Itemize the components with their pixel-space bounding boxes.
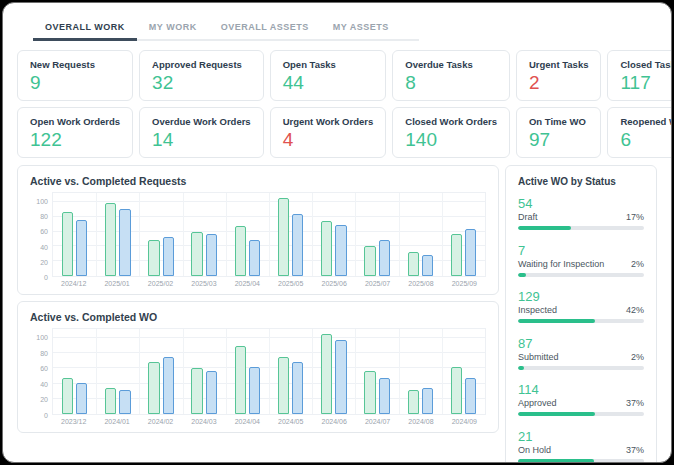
status-label: Inspected: [518, 305, 557, 315]
status-item-submitted: 87Submitted2%: [518, 336, 644, 370]
progress-track: [518, 273, 644, 277]
kpi-card-closed-work-orders: Closed Work Orders140: [392, 107, 510, 158]
kpi-value: 32: [152, 72, 251, 94]
x-tick-label: 2025/04: [226, 280, 269, 288]
kpi-label: Reopened WO: [620, 116, 672, 127]
x-tick-label: 2025/07: [356, 280, 399, 288]
status-percentage: 2%: [631, 259, 644, 269]
bar-group-2024-05: [269, 329, 312, 414]
bar-completed-2025-09: [465, 229, 476, 276]
bar-completed-2024-05: [292, 362, 303, 414]
kpi-label: New Requests: [30, 59, 120, 70]
x-tick-label: 2025/06: [312, 280, 355, 288]
bar-active-2025-01: [105, 203, 116, 276]
kpi-card-approved-requests: Approved Requests32: [139, 50, 264, 101]
kpi-label: Closed Work Orders: [405, 116, 497, 127]
bar-group-2024-03: [183, 329, 226, 414]
bar-group-2024-12: [53, 193, 96, 276]
plot-area: [52, 328, 486, 415]
bar-completed-2024-06: [335, 340, 346, 414]
bar-completed-2025-05: [292, 214, 303, 276]
progress-track: [518, 226, 644, 230]
bar-completed-2025-08: [422, 255, 433, 276]
kpi-value: 9: [30, 72, 120, 94]
chart-card-requests: Active vs. Completed Requests 0204060801…: [17, 165, 499, 295]
status-percentage: 17%: [626, 212, 644, 222]
bar-group-2024-02: [139, 329, 182, 414]
kpi-label: Open Work Orderds: [30, 116, 120, 127]
chart-body: 020406080100 2023/122024/012024/022024/0…: [30, 328, 486, 426]
status-item-approved: 114Approved37%: [518, 382, 644, 416]
status-label-row: Approved37%: [518, 398, 644, 408]
tab-overall-assets[interactable]: OVERALL ASSETS: [209, 15, 321, 41]
tab-my-assets[interactable]: MY ASSETS: [321, 15, 401, 41]
bar-active-2024-05: [278, 357, 289, 414]
x-tick-label: 2024/03: [182, 418, 225, 426]
bar-active-2025-09: [451, 234, 462, 276]
bar-group-2024-04: [226, 329, 269, 414]
bar-active-2025-06: [321, 221, 332, 276]
status-percentage: 37%: [626, 398, 644, 408]
y-tick-label: 60: [40, 365, 48, 372]
bar-completed-2025-02: [163, 237, 174, 276]
tab-my-work[interactable]: MY WORK: [137, 15, 209, 41]
status-count: 21: [518, 429, 644, 444]
bar-completed-2024-12: [76, 220, 87, 276]
bar-active-2024-06: [321, 334, 332, 414]
bar-group-2025-08: [399, 193, 442, 276]
y-axis: 020406080100: [30, 192, 52, 277]
y-tick-label: 100: [36, 198, 48, 205]
status-list: 54Draft17%7Waiting for Inspection2%129In…: [518, 196, 644, 463]
kpi-value: 140: [405, 129, 497, 151]
status-item-waiting-for-inspection: 7Waiting for Inspection2%: [518, 243, 644, 277]
bar-group-2025-03: [183, 193, 226, 276]
progress-fill: [518, 366, 524, 370]
progress-track: [518, 459, 644, 463]
x-tick-label: 2024/06: [312, 418, 355, 426]
chart-body: 020406080100 2024/122025/012025/022025/0…: [30, 192, 486, 288]
status-label: Approved: [518, 398, 557, 408]
bar-group-2025-02: [139, 193, 182, 276]
bar-group-2025-09: [442, 193, 485, 276]
x-tick-label: 2024/02: [139, 418, 182, 426]
tab-overall-work[interactable]: OVERALL WORK: [33, 15, 137, 41]
progress-fill: [518, 459, 594, 463]
bar-completed-2025-01: [119, 209, 130, 276]
progress-fill: [518, 319, 595, 323]
y-tick-label: 20: [40, 258, 48, 265]
bar-group-2024-08: [399, 329, 442, 414]
y-tick-label: 60: [40, 228, 48, 235]
status-panel-title: Active WO by Status: [518, 176, 644, 187]
y-axis: 020406080100: [30, 328, 52, 415]
x-tick-label: 2024/12: [52, 280, 95, 288]
x-tick-label: 2024/07: [356, 418, 399, 426]
bar-completed-2024-04: [249, 367, 260, 414]
bar-completed-2024-09: [465, 378, 476, 414]
bar-group-2024-07: [355, 329, 398, 414]
status-panel: Active WO by Status 54Draft17%7Waiting f…: [505, 165, 657, 463]
bar-active-2024-03: [191, 368, 202, 414]
y-tick-label: 100: [36, 334, 48, 341]
x-tick-label: 2024/01: [95, 418, 138, 426]
bar-completed-2024-01: [119, 390, 130, 414]
kpi-card-open-work-orderds: Open Work Orderds122: [17, 107, 133, 158]
bar-active-2024-07: [364, 371, 375, 414]
x-axis: 2023/122024/012024/022024/032024/042024/…: [52, 415, 486, 426]
kpi-card-new-requests: New Requests9: [17, 50, 133, 101]
status-label-row: Inspected42%: [518, 305, 644, 315]
bar-completed-2025-07: [379, 240, 390, 276]
progress-track: [518, 366, 644, 370]
status-item-on-hold: 21On Hold37%: [518, 429, 644, 463]
x-tick-label: 2025/01: [95, 280, 138, 288]
bar-active-2024-04: [235, 346, 246, 414]
kpi-value: 6: [620, 129, 672, 151]
x-tick-label: 2025/09: [443, 280, 486, 288]
bar-active-2025-02: [148, 240, 159, 276]
kpi-card-on-time-wo: On Time WO97: [516, 107, 601, 158]
bar-active-2023-12: [62, 378, 73, 414]
x-tick-label: 2024/09: [443, 418, 486, 426]
kpi-value: 14: [152, 129, 251, 151]
y-tick-label: 40: [40, 243, 48, 250]
x-tick-label: 2025/08: [399, 280, 442, 288]
status-label: Waiting for Inspection: [518, 259, 604, 269]
